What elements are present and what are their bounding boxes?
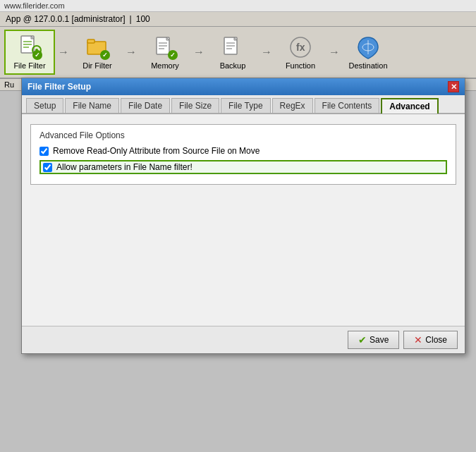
tab-bar: Setup File Name File Date File Size File… xyxy=(22,95,465,114)
close-button[interactable]: ✕ Close xyxy=(403,331,458,349)
toolbar-btn-memory[interactable]: ✓ Memory xyxy=(140,30,190,75)
dialog-close-x-button[interactable]: ✕ xyxy=(448,81,459,92)
dir-filter-label: Dir Filter xyxy=(83,61,112,70)
toolbar-btn-backup[interactable]: Backup xyxy=(207,30,258,75)
arrow-5: → xyxy=(327,46,341,59)
app-title: App @ 127.0.0.1 [administrator] xyxy=(6,14,126,24)
arrow-2: → xyxy=(124,46,138,59)
tab-file-size[interactable]: File Size xyxy=(171,98,219,113)
tab-setup[interactable]: Setup xyxy=(26,98,63,113)
tab-file-name[interactable]: File Name xyxy=(65,98,119,113)
function-label: Function xyxy=(286,61,315,70)
backup-label: Backup xyxy=(220,61,246,70)
file-filter-check-badge: ✓ xyxy=(32,50,42,60)
dialog-content: Advanced File Options Remove Read-Only A… xyxy=(22,114,465,326)
tab-file-name-label: File Name xyxy=(73,101,111,111)
allow-parameters-row: Allow parameters in File Name filter! xyxy=(39,160,447,174)
dialog-footer: ✔ Save ✕ Close xyxy=(22,326,465,353)
tab-advanced-label: Advanced xyxy=(389,102,429,111)
save-button[interactable]: ✔ Save xyxy=(348,331,399,349)
function-icon: fx xyxy=(288,35,313,60)
allow-parameters-label: Allow parameters in File Name filter! xyxy=(56,162,193,172)
tab-advanced[interactable]: Advanced xyxy=(381,98,438,114)
memory-check-badge: ✓ xyxy=(168,50,178,60)
remove-readonly-label: Remove Read-Only Attribute from Source F… xyxy=(53,146,260,156)
app-number: 100 xyxy=(136,14,150,24)
backup-icon-area xyxy=(220,35,245,60)
tab-file-date[interactable]: File Date xyxy=(121,98,170,113)
advanced-options-section: Advanced File Options Remove Read-Only A… xyxy=(30,124,456,185)
file-filter-icon-area: ✓ xyxy=(17,35,42,60)
save-label: Save xyxy=(370,335,389,345)
tab-regex-label: RegEx xyxy=(280,101,305,111)
tab-file-type[interactable]: File Type xyxy=(221,98,270,113)
destination-icon xyxy=(355,35,381,60)
file-filter-label: File Filter xyxy=(13,61,45,70)
arrow-1: → xyxy=(56,46,71,59)
file-filter-dialog: File Filter Setup ✕ Setup File Name File… xyxy=(21,78,465,354)
function-icon-area: fx xyxy=(288,35,313,60)
tab-file-contents[interactable]: File Contents xyxy=(315,98,380,113)
tab-file-contents-label: File Contents xyxy=(322,101,372,111)
destination-label: Destination xyxy=(348,61,387,70)
svg-rect-9 xyxy=(87,39,94,43)
arrow-3: → xyxy=(192,46,206,59)
svg-text:fx: fx xyxy=(296,42,305,53)
rule-text: Ru xyxy=(4,80,14,89)
dir-filter-icon-area: ✓ xyxy=(85,35,110,60)
close-label: Close xyxy=(425,335,447,345)
dialog-titlebar: File Filter Setup ✕ xyxy=(22,78,465,95)
backup-icon xyxy=(220,35,245,60)
toolbar-btn-destination[interactable]: Destination xyxy=(343,30,393,75)
separator: | xyxy=(130,14,132,24)
tab-file-type-label: File Type xyxy=(228,101,262,111)
browser-bar: www.filerider.com xyxy=(0,0,476,12)
memory-label: Memory xyxy=(151,61,179,70)
dialog-title: File Filter Setup xyxy=(28,82,91,92)
save-icon: ✔ xyxy=(358,334,367,346)
toolbar-btn-dir-filter[interactable]: ✓ Dir Filter xyxy=(72,30,123,75)
app-header: App @ 127.0.0.1 [administrator] | 100 xyxy=(0,12,476,27)
arrow-4: → xyxy=(260,46,274,59)
toolbar: ✓ File Filter → ✓ Dir Filter → ✓ M xyxy=(0,27,476,79)
close-icon: ✕ xyxy=(414,334,422,346)
toolbar-btn-file-filter[interactable]: ✓ File Filter xyxy=(4,30,55,75)
section-title: Advanced File Options xyxy=(39,130,447,140)
tab-file-date-label: File Date xyxy=(128,101,162,111)
dir-filter-check-badge: ✓ xyxy=(100,50,110,60)
destination-icon-area xyxy=(355,35,381,60)
tab-setup-label: Setup xyxy=(34,101,56,111)
remove-readonly-row: Remove Read-Only Attribute from Source F… xyxy=(39,146,447,156)
toolbar-btn-function[interactable]: fx Function xyxy=(275,30,326,75)
memory-icon-area: ✓ xyxy=(152,35,178,60)
tab-file-size-label: File Size xyxy=(179,101,212,111)
browser-url: www.filerider.com xyxy=(4,1,65,10)
allow-parameters-checkbox[interactable] xyxy=(43,163,52,172)
tab-regex[interactable]: RegEx xyxy=(272,98,313,113)
remove-readonly-checkbox[interactable] xyxy=(39,147,49,156)
